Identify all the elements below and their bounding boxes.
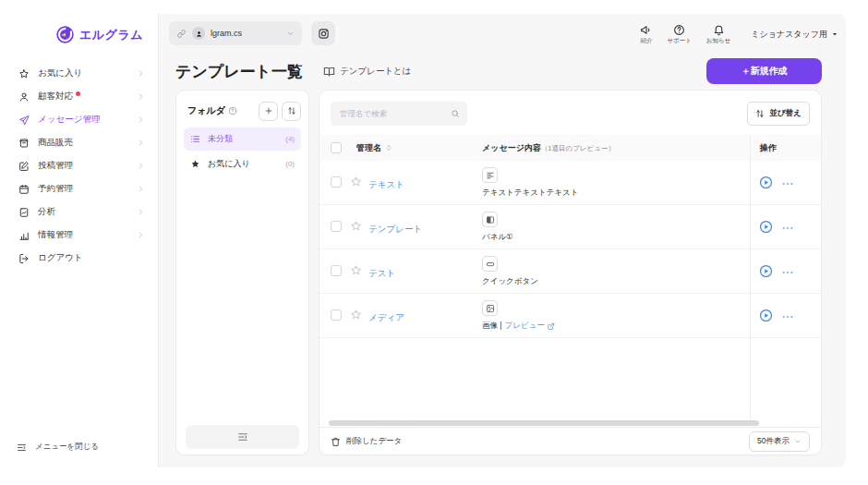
add-folder-button[interactable] [259, 102, 278, 121]
sidebar-item-分析[interactable]: 分析 [0, 200, 158, 224]
message-type-box [482, 256, 498, 272]
screen: エルグラム お気に入り顧客対応メッセージ管理商品販売投稿管理予約管理分析情報管理… [0, 0, 868, 485]
message-preview-text: パネル① [482, 232, 513, 243]
table-row-メディア: メディア画像 |プレビュー [319, 294, 821, 338]
row-checkbox[interactable] [331, 221, 342, 232]
table-row-テスト: テストクイックボタン [319, 249, 821, 294]
template-help-link[interactable]: テンプレートとは [323, 66, 412, 78]
calendar-icon [18, 184, 30, 195]
page-title: テンプレート一覧 [175, 61, 303, 82]
folder-item-未分類[interactable]: 未分類(4) [184, 127, 301, 151]
close-menu-button[interactable]: メニューを閉じる [17, 442, 99, 453]
sort-folders-button[interactable] [282, 102, 301, 121]
collapse-folder-panel-button[interactable] [186, 425, 299, 449]
search-input[interactable] [338, 108, 451, 119]
trash-icon [331, 437, 341, 447]
row-checkbox[interactable] [331, 265, 342, 276]
sidebar-item-label: お気に入り [38, 67, 82, 79]
search-icon[interactable] [451, 109, 460, 118]
user-menu-label: ミショナスタッフ用 [751, 29, 827, 41]
topbar-right: 紹介サポートお知らせ ミショナスタッフ用 [640, 18, 838, 51]
favorite-star-icon [350, 220, 362, 232]
chevron-right-icon [137, 69, 145, 78]
row-checkbox[interactable] [331, 309, 342, 321]
folder-item-お気に入り[interactable]: お気に入り(0) [184, 152, 301, 176]
sidebar-item-情報管理[interactable]: 情報管理 [0, 224, 158, 247]
notification-dot [76, 91, 80, 96]
topbar-action-紹介[interactable]: 紹介 [640, 24, 652, 45]
more-actions-icon[interactable] [781, 266, 794, 279]
logout-icon [18, 253, 30, 264]
shop-icon [18, 138, 30, 149]
column-header-actions: 操作 [760, 142, 777, 154]
template-name-link[interactable]: テキスト [368, 179, 404, 191]
topbar-actions: 紹介サポートお知らせ [640, 24, 730, 45]
main-content: lgram.cs 紹介サポートお知らせ ミショナスタッフ用 テンプレート一覧 [159, 14, 846, 467]
table-rows: テキストテキストテキストテキストテンプレートパネル①テストクイックボタンメディア… [319, 161, 821, 338]
folder-panel: フォルダ 未分類(4)お気に入り(0) [175, 90, 309, 455]
collapse-panel-icon [237, 431, 248, 443]
sidebar-nav: お気に入り顧客対応メッセージ管理商品販売投稿管理予約管理分析情報管理ログアウト [0, 62, 158, 270]
favorite-star-icon [350, 176, 362, 188]
preview-link[interactable]: プレビュー [505, 321, 555, 332]
brand-logo[interactable]: エルグラム [55, 25, 143, 44]
play-test-icon [759, 176, 773, 189]
folder-help-icon[interactable] [228, 106, 237, 115]
chart-icon [18, 230, 30, 241]
chevron-right-icon [137, 115, 145, 124]
sort-templates-button[interactable]: 並び替え [747, 102, 810, 126]
account-name: lgram.cs [211, 29, 242, 38]
folder-item-label: お気に入り [208, 158, 250, 170]
chevron-down-icon [794, 438, 802, 445]
megaphone-icon [640, 24, 652, 36]
row-checkbox[interactable] [331, 176, 342, 188]
select-all-checkbox[interactable] [331, 142, 342, 153]
bell-icon [713, 24, 725, 36]
panel-icon [486, 215, 495, 224]
sidebar-item-商品販売[interactable]: 商品販売 [0, 131, 158, 154]
more-actions-icon[interactable] [781, 222, 794, 235]
instagram-icon [318, 28, 330, 40]
instagram-button[interactable] [311, 21, 335, 45]
create-new-button[interactable]: ＋新規作成 [706, 58, 822, 84]
sidebar-item-ログアウト[interactable]: ログアウト [0, 247, 158, 270]
table-row-テキスト: テキストテキストテキストテキスト [319, 161, 821, 205]
table-row-テンプレート: テンプレートパネル① [319, 205, 821, 249]
column-sort-icon [385, 144, 392, 152]
template-table-panel: 並び替え 管理名 メッセージ内容（1通目のプレビュー） 操作 テキストテキストテ… [319, 90, 822, 455]
more-actions-icon[interactable] [781, 177, 794, 190]
sidebar-item-予約管理[interactable]: 予約管理 [0, 177, 158, 200]
analytics-icon [18, 207, 30, 218]
sidebar-item-顧客対応[interactable]: 顧客対応 [0, 85, 158, 108]
deleted-data-link[interactable]: 削除したデータ [331, 436, 402, 447]
folder-title: フォルダ [187, 104, 225, 117]
message-preview-text: 画像 | [482, 321, 502, 332]
template-name-link[interactable]: テスト [368, 268, 395, 280]
message-preview: テキストテキストテキスト [482, 188, 578, 199]
sidebar-item-label: 投稿管理 [38, 160, 73, 172]
collapse-menu-icon [17, 443, 27, 453]
sidebar-item-メッセージ管理[interactable]: メッセージ管理 [0, 108, 158, 131]
horizontal-scrollbar[interactable] [329, 420, 759, 426]
page-size-select[interactable]: 50件表示 [749, 431, 810, 452]
column-header-name[interactable]: 管理名 [356, 142, 392, 154]
sidebar-item-お気に入り[interactable]: お気に入り [0, 62, 158, 85]
topbar-action-サポート[interactable]: サポート [667, 24, 691, 45]
message-preview-text: クイックボタン [482, 276, 538, 287]
sidebar-item-投稿管理[interactable]: 投稿管理 [0, 154, 158, 177]
template-name-link[interactable]: テンプレート [368, 224, 422, 236]
account-selector[interactable]: lgram.cs [169, 21, 302, 45]
more-actions-icon[interactable] [781, 310, 794, 323]
avatar-icon [192, 27, 205, 40]
sidebar-item-label: 分析 [38, 206, 55, 218]
message-type-box [482, 300, 498, 316]
play-test-icon [759, 309, 773, 322]
sidebar-item-label: メッセージ管理 [38, 114, 100, 126]
topbar-action-お知らせ[interactable]: お知らせ [706, 24, 730, 45]
user-menu[interactable]: ミショナスタッフ用 [751, 29, 838, 41]
text-lines-icon [486, 171, 495, 180]
message-preview: パネル① [482, 232, 513, 243]
folder-panel-header: フォルダ [187, 100, 301, 122]
template-name-link[interactable]: メディア [368, 312, 404, 324]
topbar-action-label: お知らせ [706, 37, 730, 45]
